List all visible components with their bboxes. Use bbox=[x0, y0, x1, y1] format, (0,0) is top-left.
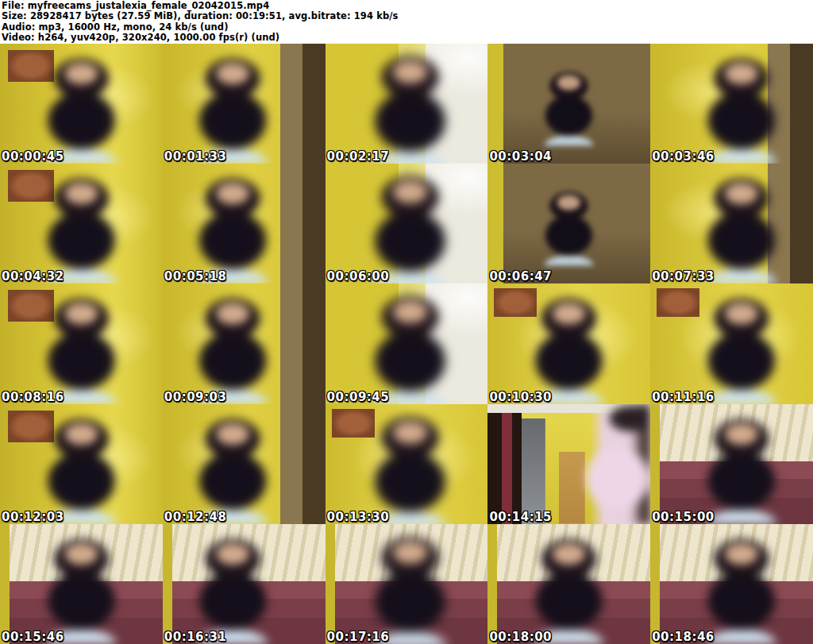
person-silhouette bbox=[660, 283, 813, 403]
timestamp-label: 00:11:16 bbox=[652, 391, 715, 403]
person-silhouette bbox=[660, 164, 813, 283]
person-silhouette bbox=[0, 404, 163, 524]
video-thumbnail: 00:01:33 bbox=[163, 44, 326, 164]
video-thumbnail: 00:08:16 bbox=[0, 283, 163, 403]
video-thumbnail: 00:18:00 bbox=[487, 524, 650, 644]
timestamp-label: 00:18:00 bbox=[489, 631, 552, 643]
person-silhouette bbox=[0, 44, 163, 164]
file-size-line: Size: 28928417 bytes (27.59 MiB), durati… bbox=[2, 11, 813, 21]
person-silhouette bbox=[326, 44, 488, 164]
video-thumbnail: 00:18:46 bbox=[650, 524, 813, 644]
timestamp-label: 00:00:45 bbox=[2, 151, 64, 163]
audio-info-line: Audio: mp3, 16000 Hz, mono, 24 kb/s (und… bbox=[2, 22, 813, 33]
timestamp-label: 00:10:30 bbox=[489, 391, 552, 403]
person-silhouette bbox=[660, 524, 813, 644]
video-thumbnail: 00:00:45 bbox=[0, 44, 163, 164]
video-thumbnail: 00:13:30 bbox=[326, 404, 488, 524]
video-thumbnail: 00:16:31 bbox=[163, 524, 326, 644]
timestamp-label: 00:03:46 bbox=[652, 151, 715, 163]
timestamp-label: 00:15:46 bbox=[2, 631, 64, 643]
timestamp-label: 00:06:47 bbox=[489, 271, 552, 283]
person-silhouette bbox=[163, 164, 314, 283]
video-thumbnail: 00:05:18 bbox=[163, 164, 326, 283]
person-silhouette bbox=[326, 404, 488, 524]
timestamp-label: 00:01:33 bbox=[164, 151, 227, 163]
timestamp-label: 00:12:48 bbox=[164, 511, 227, 523]
person-silhouette bbox=[326, 283, 488, 403]
video-thumbnail: 00:03:04 bbox=[487, 44, 650, 164]
person-silhouette bbox=[487, 404, 650, 524]
video-thumbnail: 00:11:16 bbox=[650, 283, 813, 403]
video-thumbnail: 00:09:45 bbox=[326, 283, 488, 403]
file-name-line: File: myfreecams_justalexia_female_02042… bbox=[2, 1, 813, 11]
timestamp-label: 00:12:03 bbox=[2, 511, 64, 523]
person-silhouette bbox=[512, 62, 626, 146]
video-thumbnail: 00:15:00 bbox=[650, 404, 813, 524]
timestamp-label: 00:09:45 bbox=[327, 391, 390, 403]
timestamp-label: 00:16:31 bbox=[164, 631, 227, 643]
person-silhouette bbox=[163, 524, 314, 644]
video-thumbnail: 00:12:48 bbox=[163, 404, 326, 524]
timestamp-label: 00:15:00 bbox=[652, 511, 715, 523]
person-silhouette bbox=[512, 182, 626, 266]
person-silhouette bbox=[660, 44, 813, 164]
file-info-header: File: myfreecams_justalexia_female_02042… bbox=[0, 0, 813, 44]
video-thumbnail: 00:06:00 bbox=[326, 164, 488, 283]
video-thumbnail: 00:12:03 bbox=[0, 404, 163, 524]
timestamp-label: 00:03:04 bbox=[489, 151, 552, 163]
timestamp-label: 00:13:30 bbox=[327, 511, 390, 523]
video-thumbnail: 00:15:46 bbox=[0, 524, 163, 644]
video-thumbnail: 00:17:16 bbox=[326, 524, 488, 644]
timestamp-label: 00:17:16 bbox=[327, 631, 390, 643]
video-thumbnail: 00:02:17 bbox=[326, 44, 488, 164]
video-thumbnail: 00:04:32 bbox=[0, 164, 163, 283]
timestamp-label: 00:08:16 bbox=[2, 391, 64, 403]
person-silhouette bbox=[487, 524, 650, 644]
person-silhouette bbox=[487, 283, 650, 403]
video-thumbnail: 00:10:30 bbox=[487, 283, 650, 403]
person-silhouette bbox=[0, 164, 163, 283]
person-silhouette bbox=[326, 524, 488, 644]
timestamp-label: 00:06:00 bbox=[327, 271, 390, 283]
person-silhouette bbox=[163, 283, 314, 403]
person-silhouette bbox=[0, 524, 163, 644]
timestamp-label: 00:04:32 bbox=[2, 271, 64, 283]
video-thumbnail: 00:09:03 bbox=[163, 283, 326, 403]
video-thumbnail: 00:03:46 bbox=[650, 44, 813, 164]
person-silhouette bbox=[0, 283, 163, 403]
timestamp-label: 00:09:03 bbox=[164, 391, 227, 403]
timestamp-label: 00:14:15 bbox=[489, 511, 552, 523]
person-silhouette bbox=[660, 404, 813, 524]
timestamp-label: 00:05:18 bbox=[164, 271, 227, 283]
video-thumbnail: 00:14:15 bbox=[487, 404, 650, 524]
person-silhouette bbox=[163, 404, 314, 524]
video-info-line: Video: h264, yuv420p, 320x240, 1000.00 f… bbox=[2, 33, 813, 43]
timestamp-label: 00:07:33 bbox=[652, 271, 715, 283]
video-thumbnail: 00:06:47 bbox=[487, 164, 650, 283]
timestamp-label: 00:02:17 bbox=[327, 151, 390, 163]
timestamp-label: 00:18:46 bbox=[652, 631, 715, 643]
person-silhouette bbox=[326, 164, 488, 283]
video-thumbnail: 00:07:33 bbox=[650, 164, 813, 283]
person-silhouette bbox=[163, 44, 314, 164]
thumbnail-grid: 00:00:45 00:01:33 00:02:17 00:03:04 00:0… bbox=[0, 44, 813, 644]
